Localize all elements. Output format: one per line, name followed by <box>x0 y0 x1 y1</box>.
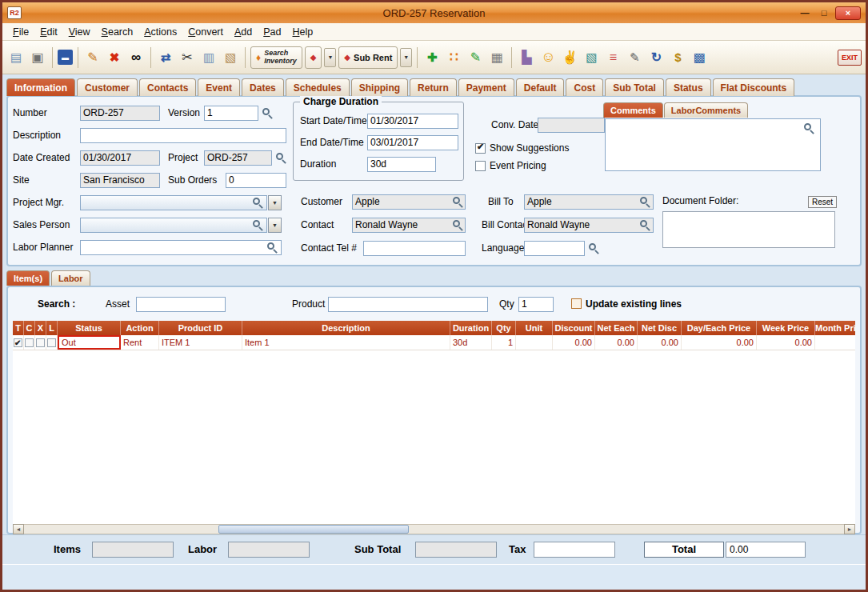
tab-return[interactable]: Return <box>410 78 457 96</box>
start-datetime-field[interactable]: 01/30/2017 <box>367 114 458 129</box>
column-header-qty[interactable]: Qty <box>492 321 516 335</box>
delete-icon[interactable]: ✖ <box>105 48 124 67</box>
project-mgr-dropdown[interactable]: ▼ <box>268 195 282 210</box>
row-discount-cell[interactable]: 0.00 <box>553 335 595 350</box>
c-checkbox[interactable] <box>25 338 34 347</box>
version-field[interactable]: 1 <box>204 106 258 121</box>
row-net-each-cell[interactable]: 0.00 <box>595 335 638 350</box>
column-header-description[interactable]: Description <box>242 321 450 335</box>
document-folder-box[interactable] <box>662 211 835 248</box>
edit-pad-icon[interactable]: ✎ <box>466 48 485 67</box>
row-day-each-price-cell[interactable]: 0.00 <box>682 335 757 350</box>
refresh-pricing-icon[interactable]: ↻ <box>646 48 666 67</box>
language-search-icon[interactable] <box>589 243 596 250</box>
scrollbar-track[interactable] <box>24 524 844 534</box>
column-header-unit[interactable]: Unit <box>516 321 553 335</box>
product-input[interactable] <box>328 297 488 312</box>
paste-icon[interactable]: ▧ <box>221 48 240 67</box>
minimize-button[interactable]: — <box>797 6 813 20</box>
column-header-x[interactable]: X <box>35 321 46 335</box>
print-icon[interactable]: ▣ <box>28 48 47 67</box>
project-mgr-field[interactable] <box>80 195 267 210</box>
tab-labor[interactable]: Labor <box>51 270 90 286</box>
cut-icon[interactable]: ✂ <box>178 48 197 67</box>
menu-pad[interactable]: Pad <box>258 25 286 39</box>
tab-shipping[interactable]: Shipping <box>351 78 408 96</box>
column-header-net-each[interactable]: Net Each <box>595 321 638 335</box>
maximize-button[interactable]: □ <box>816 6 832 20</box>
tab-dates[interactable]: Dates <box>242 78 284 96</box>
project-field[interactable]: ORD-257 <box>204 150 272 166</box>
column-header-action[interactable]: Action <box>121 321 159 335</box>
reset-button[interactable]: Reset <box>808 196 837 208</box>
close-button[interactable]: × <box>835 6 861 20</box>
date-created-field[interactable]: 01/30/2017 <box>80 150 160 166</box>
project-search-icon[interactable] <box>276 153 283 160</box>
sub-rent-dropdown[interactable]: ▼ <box>400 48 412 67</box>
sub-rent-button[interactable]: ◆ Sub Rent <box>338 46 398 69</box>
column-header-status[interactable]: Status <box>58 321 121 335</box>
version-search-icon[interactable] <box>262 108 270 115</box>
tab-event[interactable]: Event <box>198 78 240 96</box>
update-existing-checkbox[interactable] <box>571 298 582 309</box>
language-field[interactable] <box>524 241 585 256</box>
row-week-price-cell[interactable]: 0.00 <box>757 335 815 350</box>
menu-edit[interactable]: Edit <box>34 25 63 39</box>
bill-to-field[interactable]: Apple <box>524 194 654 210</box>
menu-add[interactable]: Add <box>229 25 258 39</box>
menu-view[interactable]: View <box>63 25 96 39</box>
row-action-cell[interactable]: Rent <box>121 335 159 350</box>
report-print-icon[interactable]: ▙ <box>517 48 536 67</box>
sales-person-dropdown[interactable]: ▼ <box>268 218 282 233</box>
bill-to-search-icon[interactable] <box>640 197 647 204</box>
event-pricing-checkbox[interactable] <box>475 161 486 171</box>
contact-search-icon[interactable] <box>453 220 460 227</box>
labor-planner-field[interactable] <box>80 240 282 255</box>
table-row[interactable]: Out Rent ITEM 1 Item 1 30d 1 0.00 0.00 0… <box>13 335 855 350</box>
bill-contact-search-icon[interactable] <box>640 220 647 227</box>
sub-orders-field[interactable]: 0 <box>226 173 286 188</box>
x-checkbox[interactable] <box>36 338 45 347</box>
project-mgr-search-icon[interactable] <box>253 198 260 205</box>
tab-schedules[interactable]: Schedules <box>286 78 350 96</box>
notes-icon[interactable]: ✎ <box>625 48 644 67</box>
column-header-discount[interactable]: Discount <box>553 321 595 335</box>
menu-actions[interactable]: Actions <box>138 25 182 39</box>
row-l-cell[interactable] <box>46 335 58 350</box>
catalog-books-icon[interactable]: ≡ <box>603 48 622 67</box>
row-month-price-cell[interactable] <box>815 335 855 350</box>
scroll-left-arrow[interactable]: ◄ <box>13 524 24 534</box>
column-header-month-price[interactable]: Month Price <box>815 321 855 335</box>
column-header-l[interactable]: L <box>46 321 58 335</box>
row-duration-cell[interactable]: 30d <box>450 335 492 350</box>
edit-icon[interactable]: ✎ <box>83 48 102 67</box>
tab-sub-total[interactable]: Sub Total <box>605 78 664 96</box>
tab-comments[interactable]: Comments <box>603 102 663 118</box>
contact-field[interactable]: Ronald Wayne <box>352 218 466 233</box>
row-status-cell[interactable]: Out <box>58 335 121 350</box>
tab-information[interactable]: Information <box>6 78 75 96</box>
conv-date-field[interactable] <box>538 118 605 133</box>
approve-hand-icon[interactable]: ✌ <box>560 48 579 67</box>
tab-labor-comments[interactable]: LaborComments <box>664 102 748 118</box>
convert-icon[interactable]: ⇄ <box>156 48 175 67</box>
menu-help[interactable]: Help <box>287 25 319 39</box>
horizontal-scrollbar[interactable]: ◄ ► <box>13 524 855 534</box>
sales-person-field[interactable] <box>80 218 267 233</box>
number-field[interactable]: ORD-257 <box>80 106 160 121</box>
comments-textarea[interactable] <box>605 118 821 171</box>
t-checkbox[interactable] <box>14 338 22 347</box>
comments-search-icon[interactable] <box>804 123 811 130</box>
bill-contact-field[interactable]: Ronald Wayne <box>524 218 654 233</box>
row-t-cell[interactable] <box>13 335 24 350</box>
new-icon[interactable]: ▤ <box>6 48 26 67</box>
add-line-icon[interactable]: ✚ <box>422 48 442 67</box>
end-datetime-field[interactable]: 03/01/2017 <box>367 135 458 150</box>
currency-icon[interactable]: $ <box>668 48 687 67</box>
column-header-c[interactable]: C <box>24 321 35 335</box>
cart-icon[interactable]: ▩ <box>690 48 709 67</box>
column-header-product-id[interactable]: Product ID <box>159 321 242 335</box>
customer-search-icon[interactable] <box>453 197 460 204</box>
contact-tel-field[interactable] <box>363 241 466 256</box>
tab-cost[interactable]: Cost <box>566 78 603 96</box>
